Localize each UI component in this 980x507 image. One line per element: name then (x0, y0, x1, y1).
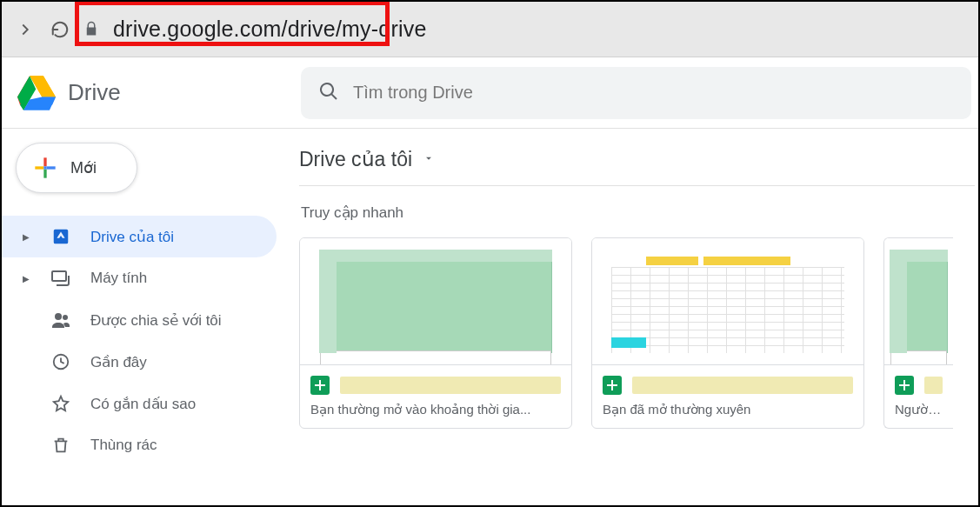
card-subtitle: Bạn đã mở thường xuyên (592, 398, 863, 428)
search-box[interactable]: Tìm trong Drive (301, 67, 971, 119)
expand-caret-icon: ▶ (23, 274, 31, 284)
expand-caret-icon: ▶ (23, 232, 31, 242)
new-button[interactable]: Mới (16, 143, 137, 193)
starred-icon (50, 393, 71, 414)
plus-icon (32, 155, 58, 181)
sidebar-item-label: Được chia sẻ với tôi (90, 311, 222, 330)
main-content: Drive của tôi Truy cập nhanh Bạn thường … (289, 129, 978, 505)
sidebar-item-label: Drive của tôi (90, 228, 174, 246)
quick-access-title: Truy cập nhanh (301, 203, 978, 222)
svg-rect-8 (47, 166, 56, 169)
sidebar-item-0[interactable]: ▶Drive của tôi (2, 216, 277, 257)
forward-button[interactable] (14, 18, 37, 41)
caret-down-icon (423, 152, 435, 168)
card-title-redacted (632, 377, 853, 394)
trash-icon (50, 435, 71, 456)
sidebar-item-4[interactable]: Có gắn dấu sao (2, 383, 277, 424)
sidebar-item-5[interactable]: Thùng rác (2, 424, 277, 466)
breadcrumb[interactable]: Drive của tôi (299, 148, 975, 186)
browser-toolbar: drive.google.com/drive/my-drive (2, 2, 978, 57)
recent-icon (50, 351, 71, 372)
address-bar[interactable]: drive.google.com/drive/my-drive (83, 8, 427, 51)
quick-access-card[interactable]: Người chỉnh (883, 237, 953, 429)
app-name: Drive (68, 79, 121, 106)
drive-logo-icon (17, 74, 56, 112)
search-icon (318, 81, 339, 105)
sidebar-item-3[interactable]: Gần đây (2, 341, 277, 383)
svg-point-12 (63, 315, 68, 320)
card-subtitle: Bạn thường mở vào khoảng thời gia... (300, 398, 571, 428)
card-subtitle: Người chỉnh (884, 398, 953, 428)
svg-point-11 (55, 313, 62, 320)
reload-button[interactable] (49, 18, 71, 41)
sidebar-item-label: Có gắn dấu sao (90, 395, 196, 413)
drive-logo-area[interactable]: Drive (2, 74, 301, 112)
sidebar-item-1[interactable]: ▶Máy tính (2, 257, 277, 299)
card-title-redacted (924, 377, 943, 394)
card-thumbnail (592, 238, 863, 365)
new-button-label: Mới (70, 158, 97, 177)
card-title-redacted (340, 377, 561, 394)
my-drive-icon (50, 226, 71, 247)
breadcrumb-title: Drive của tôi (299, 148, 412, 171)
sidebar-item-label: Thùng rác (90, 437, 157, 454)
sheets-icon (895, 376, 914, 395)
computers-icon (50, 268, 71, 289)
svg-rect-6 (43, 170, 46, 178)
svg-rect-5 (43, 157, 46, 166)
sheets-icon (603, 376, 622, 395)
lock-icon (83, 21, 101, 38)
search-placeholder: Tìm trong Drive (353, 83, 473, 103)
sidebar: Mới ▶Drive của tôi▶Máy tínhĐược chia sẻ … (2, 129, 289, 505)
quick-access-card[interactable]: Bạn thường mở vào khoảng thời gia... (299, 237, 572, 429)
sidebar-item-2[interactable]: Được chia sẻ với tôi (2, 299, 277, 341)
svg-rect-9 (43, 166, 46, 169)
card-thumbnail (884, 238, 953, 365)
card-thumbnail (300, 238, 571, 365)
quick-access-card[interactable]: Bạn đã mở thường xuyên (591, 237, 864, 429)
svg-rect-7 (35, 166, 43, 169)
shared-icon (50, 310, 71, 330)
app-header: Drive Tìm trong Drive (2, 57, 978, 129)
url-text: drive.google.com/drive/my-drive (113, 17, 427, 42)
svg-rect-10 (52, 271, 66, 281)
sheets-icon (310, 376, 330, 395)
sidebar-item-label: Máy tính (90, 270, 147, 287)
sidebar-item-label: Gần đây (90, 353, 147, 371)
